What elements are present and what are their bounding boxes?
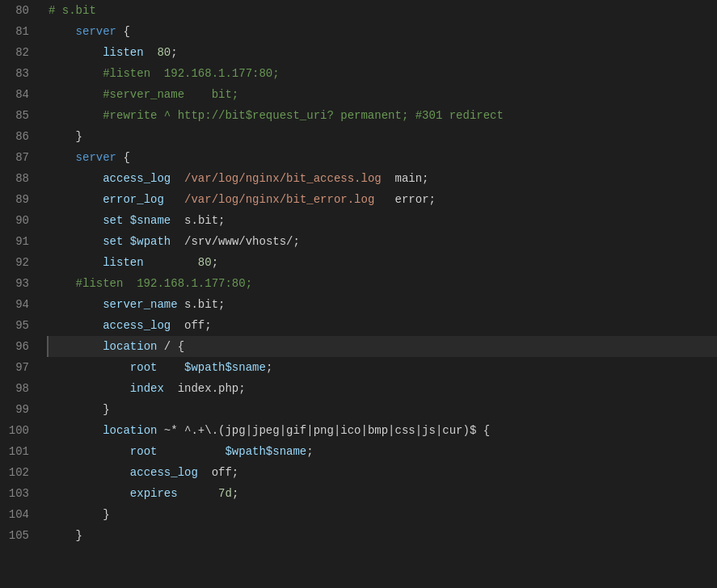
code-editor: 80 81 82 83 84 85 86 87 88 89 90 91 92 9… <box>0 0 717 588</box>
code-line-101: root $wpath$sname; <box>49 441 717 462</box>
line-num-95: 95 <box>6 315 29 336</box>
line-num-94: 94 <box>6 294 29 315</box>
code-line-93: #listen 192.168.1.177:80; <box>49 273 717 294</box>
code-line-88: access_log /var/log/nginx/bit_access.log… <box>49 168 717 189</box>
line-num-84: 84 <box>6 84 29 105</box>
line-num-90: 90 <box>6 210 29 231</box>
code-line-84: #server_name bit; <box>49 84 717 105</box>
line-num-97: 97 <box>6 357 29 378</box>
line-num-89: 89 <box>6 189 29 210</box>
line-num-87: 87 <box>6 147 29 168</box>
line-num-91: 91 <box>6 231 29 252</box>
code-line-80: # s.bit <box>49 0 717 21</box>
code-lines: # s.bit server { listen 80; #listen 192.… <box>39 0 717 588</box>
code-line-95: access_log off; <box>49 315 717 336</box>
line-num-100: 100 <box>6 420 29 441</box>
code-line-83: #listen 192.168.1.177:80; <box>49 63 717 84</box>
line-num-101: 101 <box>6 441 29 462</box>
code-line-92: listen 80; <box>49 252 717 273</box>
code-line-94: server_name s.bit; <box>49 294 717 315</box>
code-line-97: root $wpath$sname; <box>49 357 717 378</box>
line-num-81: 81 <box>6 21 29 42</box>
code-line-91: set $wpath /srv/www/vhosts/; <box>49 231 717 252</box>
code-line-87: server { <box>49 147 717 168</box>
code-line-100: location ~* ^.+\.(jpg|jpeg|gif|png|ico|b… <box>49 420 717 441</box>
line-num-105: 105 <box>6 525 29 546</box>
line-num-83: 83 <box>6 63 29 84</box>
line-num-88: 88 <box>6 168 29 189</box>
code-line-89: error_log /var/log/nginx/bit_error.log e… <box>49 189 717 210</box>
line-num-103: 103 <box>6 483 29 504</box>
line-num-92: 92 <box>6 252 29 273</box>
code-line-105: } <box>49 525 717 546</box>
code-line-99: } <box>49 399 717 420</box>
line-num-85: 85 <box>6 105 29 126</box>
line-num-86: 86 <box>6 126 29 147</box>
line-numbers: 80 81 82 83 84 85 86 87 88 89 90 91 92 9… <box>0 0 39 588</box>
line-num-80: 80 <box>6 0 29 21</box>
code-line-98: index index.php; <box>49 378 717 399</box>
code-line-81: server { <box>49 21 717 42</box>
code-line-96: location / { <box>47 336 717 357</box>
code-line-90: set $sname s.bit; <box>49 210 717 231</box>
code-line-82: listen 80; <box>49 42 717 63</box>
code-line-103: expires 7d; <box>49 483 717 504</box>
code-line-104: } <box>49 504 717 525</box>
line-num-82: 82 <box>6 42 29 63</box>
code-line-86: } <box>49 126 717 147</box>
line-num-96: 96 <box>6 336 29 357</box>
line-num-93: 93 <box>6 273 29 294</box>
line-num-98: 98 <box>6 378 29 399</box>
line-num-104: 104 <box>6 504 29 525</box>
line-num-102: 102 <box>6 462 29 483</box>
line-num-99: 99 <box>6 399 29 420</box>
code-line-102: access_log off; <box>49 462 717 483</box>
code-line-85: #rewrite ^ http://bit$request_uri? perma… <box>49 105 717 126</box>
